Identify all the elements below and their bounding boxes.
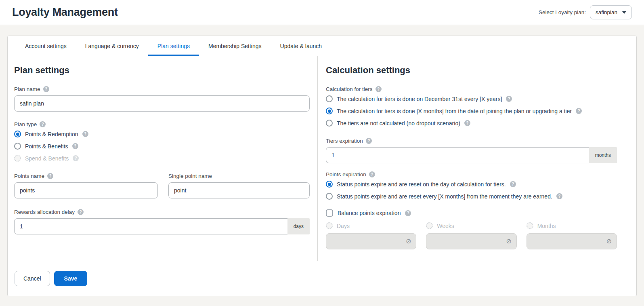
radio-selected-icon[interactable] [14,131,21,137]
radio-disabled-icon [14,155,21,162]
plan-name-label: Plan name [14,86,40,92]
radio-disabled-icon [326,222,333,229]
help-icon[interactable]: ? [78,209,84,215]
plan-name-input[interactable] [14,95,310,112]
help-icon[interactable]: ? [47,173,53,179]
balance-unit-weeks-radio-row: Weeks [426,222,516,229]
not-allowed-icon: ⊘ [406,238,411,245]
plan-selector-value: safinplan [596,9,617,15]
radio-icon[interactable] [326,95,333,102]
calc-tiers-label-row: Calculation for tiers ? [326,86,617,92]
help-icon[interactable]: ? [369,171,375,177]
balance-unit-days-radio-row: Days [326,222,416,229]
plan-settings-section: Plan settings Plan name ? Plan type ? Po… [8,56,318,261]
help-icon[interactable]: ? [506,96,512,102]
rewards-delay-input[interactable] [14,218,287,234]
plan-selector: Select Loyalty plan: safinplan [539,5,632,19]
single-point-name-label-row: Single point name [168,173,310,179]
balance-unit-months: Months ⊘ [527,222,617,249]
points-expiration-option-reset-every-x-months[interactable]: Status points expire and are reset every… [326,193,617,200]
chevron-down-icon [622,11,626,14]
tab-update-launch[interactable]: Update & launch [271,36,331,56]
balance-unit-weeks: Weeks ⊘ [426,222,516,249]
help-icon[interactable]: ? [40,121,46,127]
radio-label: Spend & Benefits [25,155,69,162]
single-point-name-label: Single point name [168,173,212,179]
plan-name-label-row: Plan name ? [14,86,310,92]
points-expiration-label: Points expiration [326,171,366,177]
rewards-delay-label-row: Rewards allocation delay ? [14,209,310,215]
rewards-delay-unit: days [287,218,310,234]
tiers-expiration-unit: months [589,147,617,163]
balance-unit-days: Days ⊘ [326,222,416,249]
help-icon[interactable]: ? [366,138,372,144]
points-expiration-option-reset-on-calc-day[interactable]: Status points expire and are reset on th… [326,181,617,188]
plan-type-option-points-redemption[interactable]: Points & Redemption ? [14,131,310,137]
help-icon[interactable]: ? [405,210,411,216]
points-name-field: Points name ? [14,173,158,198]
save-button[interactable]: Save [54,271,88,286]
balance-units-row: Days ⊘ Weeks ⊘ [326,222,617,249]
radio-icon[interactable] [326,193,333,200]
radio-selected-icon[interactable] [326,181,333,188]
help-icon[interactable]: ? [375,86,382,92]
help-icon[interactable]: ? [576,108,582,114]
tab-membership-settings[interactable]: Membership Settings [199,36,271,56]
radio-disabled-icon [426,222,433,229]
calculation-settings-heading: Calculation settings [326,65,617,76]
radio-icon[interactable] [14,143,21,150]
plan-type-label-row: Plan type ? [14,121,310,127]
help-icon[interactable]: ? [82,131,88,137]
radio-label: The calculation for tiers is done on Dec… [337,96,502,102]
radio-icon[interactable] [326,120,333,127]
plan-type-label: Plan type [14,121,37,127]
not-allowed-icon: ⊘ [606,238,612,245]
tab-account-settings[interactable]: Account settings [16,36,76,56]
radio-label: Points & Benefits [25,143,68,150]
settings-card: Account settings Language & currency Pla… [7,36,637,296]
tab-bar: Account settings Language & currency Pla… [8,36,636,56]
tiers-expiration-group: months [326,147,617,163]
balance-points-expiration-row[interactable]: Balance points expiration ? [326,209,617,217]
calc-tiers-label: Calculation for tiers [326,86,373,92]
checkbox-unchecked-icon[interactable] [326,209,333,217]
tab-language-currency[interactable]: Language & currency [76,36,148,56]
radio-disabled-icon [527,222,533,229]
plan-selector-dropdown[interactable]: safinplan [590,5,632,19]
help-icon[interactable]: ? [72,143,78,149]
radio-label: Months [537,223,556,229]
balance-weeks-input-disabled: ⊘ [426,233,516,249]
plan-type-option-spend-benefits: Spend & Benefits ? [14,155,310,162]
top-bar: Loyalty Management Select Loyalty plan: … [0,0,644,25]
not-allowed-icon: ⊘ [506,238,511,245]
single-point-name-input[interactable] [168,182,310,198]
radio-selected-icon[interactable] [326,108,333,114]
tiers-expiration-label-row: Tiers expiration ? [326,138,617,144]
balance-unit-months-radio-row: Months [527,222,617,229]
radio-label: Days [337,223,350,229]
balance-days-input-disabled: ⊘ [326,233,416,249]
balance-months-input-disabled: ⊘ [527,233,617,249]
points-name-row: Points name ? Single point name [14,173,310,198]
tiers-expiration-label: Tiers expiration [326,138,363,144]
radio-label: Points & Redemption [25,131,78,137]
calculation-settings-section: Calculation settings Calculation for tie… [318,56,636,261]
tab-plan-settings[interactable]: Plan settings [148,36,199,56]
tiers-expiration-input[interactable] [326,147,589,163]
balance-points-expiration-label: Balance points expiration [338,210,401,216]
calc-tiers-option-from-joining[interactable]: The calculation for tiers is done [X mon… [326,108,617,114]
calc-tiers-option-december[interactable]: The calculation for tiers is done on Dec… [326,95,617,102]
page-body: Account settings Language & currency Pla… [0,25,644,306]
help-icon[interactable]: ? [464,120,470,126]
points-name-label: Points name [14,173,44,179]
help-icon[interactable]: ? [43,86,49,92]
rewards-delay-label: Rewards allocation delay [14,209,75,215]
help-icon[interactable]: ? [556,193,562,199]
cancel-button[interactable]: Cancel [15,271,50,286]
help-icon[interactable]: ? [510,181,516,187]
points-name-input[interactable] [14,182,158,198]
calc-tiers-option-not-calculated[interactable]: The tiers are not calculated (no dropout… [326,120,617,127]
radio-label: The calculation for tiers is done [X mon… [337,108,572,114]
settings-columns: Plan settings Plan name ? Plan type ? Po… [8,56,636,261]
plan-type-option-points-benefits[interactable]: Points & Benefits ? [14,143,310,150]
